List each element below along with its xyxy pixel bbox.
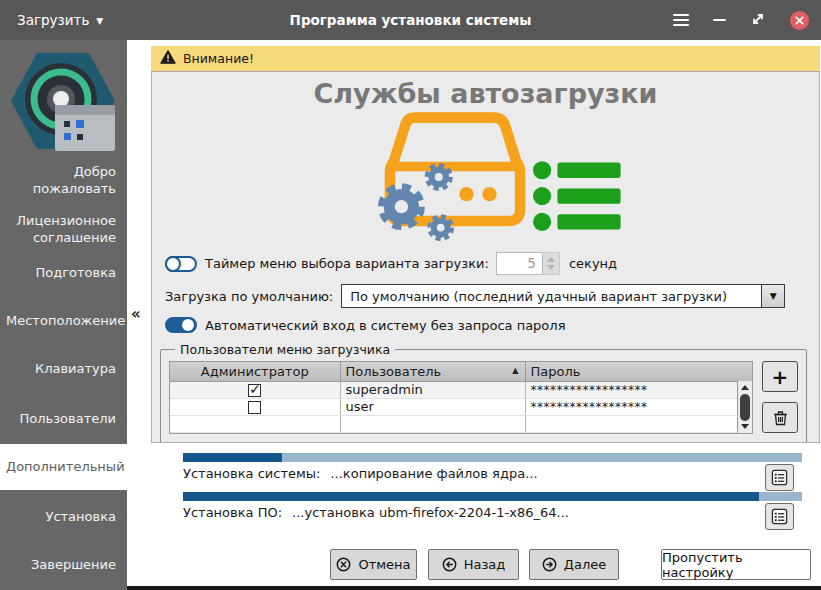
users-table: Администратор Пользователь▲ Пароль super… [169, 361, 753, 434]
column-header-user[interactable]: Пользователь▲ [340, 362, 525, 381]
sidebar-item-users: Пользователи [0, 410, 127, 427]
table-row[interactable]: user ****************** [170, 398, 752, 415]
installer-window: Загрузить ▼ Программа установки системы [0, 0, 821, 590]
system-progress-fill [183, 453, 282, 462]
default-boot-label: Загрузка по умолчанию: [165, 289, 333, 304]
autostart-illustration [152, 109, 819, 243]
password-cell: ****************** [525, 381, 752, 398]
warning-label: Внимание! [183, 51, 254, 66]
warning-banner: Внимание! [151, 46, 820, 71]
timer-label: Таймер меню выбора варианта загрузки: [205, 256, 489, 271]
spinner-arrows[interactable] [543, 252, 560, 275]
skip-setup-button[interactable]: Пропустить настройку [661, 549, 811, 580]
autologin-row: Автоматический вход в систему без запрос… [165, 317, 819, 333]
user-cell: superadmin [340, 381, 525, 398]
sidebar-item-keyboard: Клавиатура [0, 360, 127, 377]
table-scrollbar[interactable] [737, 381, 752, 433]
sidebar-item-preparation: Подготовка [0, 264, 127, 281]
skip-label: Пропустить настройку [662, 550, 810, 580]
software-progress-label: Установка ПО: [183, 505, 282, 520]
log-icon [771, 508, 788, 525]
timer-value-input[interactable]: 5 [496, 252, 543, 275]
collapse-sidebar-icon[interactable]: « [131, 305, 141, 323]
back-label: Назад [464, 557, 506, 572]
back-button[interactable]: Назад [428, 549, 519, 580]
cancel-button[interactable]: Отмена [330, 549, 417, 580]
titlebar: Загрузить ▼ Программа установки системы [0, 0, 821, 40]
bootloader-users-group: Пользователи меню загрузчика Администрат… [160, 342, 807, 443]
sidebar-item-installation: Установка [0, 508, 127, 525]
load-menu-label: Загрузить [17, 12, 89, 28]
sidebar-item-additional: Дополнительный [0, 444, 127, 490]
installer-logo [8, 50, 120, 155]
footer-buttons: Отмена Назад Далее Пропустить настройку [150, 549, 821, 580]
trash-icon [773, 410, 788, 426]
software-log-button[interactable] [765, 503, 794, 530]
column-header-admin[interactable]: Администратор [170, 362, 340, 381]
select-dropdown-button[interactable]: ▼ [761, 285, 784, 307]
system-progress-row: Установка системы: ...копирование файлов… [183, 466, 795, 481]
cancel-label: Отмена [358, 557, 410, 572]
software-progressbar [183, 492, 802, 501]
page-title: Службы автозагрузки [152, 78, 819, 109]
timer-toggle[interactable] [165, 256, 197, 272]
close-icon[interactable] [790, 11, 809, 30]
sidebar-gutter: « [127, 40, 150, 590]
minimize-icon[interactable] [713, 19, 726, 22]
back-circle-icon [442, 557, 457, 572]
next-label: Далее [564, 557, 606, 572]
timer-spinner: 5 [496, 252, 560, 275]
sort-asc-icon: ▲ [512, 366, 518, 375]
admin-checkbox[interactable] [248, 384, 261, 397]
add-user-button[interactable]: + [762, 361, 798, 392]
window-bottom-edge [127, 586, 821, 590]
main-content: Внимание! Службы автозагрузки [150, 40, 821, 590]
load-menu-button[interactable]: Загрузить ▼ [17, 12, 103, 28]
scroll-down-icon[interactable] [738, 421, 752, 432]
system-progress-status: ...копирование файлов ядра... [330, 466, 537, 481]
warning-icon [160, 50, 176, 67]
window-controls [673, 0, 809, 40]
log-icon [771, 469, 788, 486]
autostart-panel: Службы автозагрузки [151, 71, 820, 443]
software-progress-status: ...установка ubm-firefox-2204-1-x86_64..… [292, 505, 569, 520]
autologin-label: Автоматический вход в систему без запрос… [205, 318, 565, 333]
sidebar-item-welcome: Добро пожаловать [0, 163, 127, 197]
plus-icon: + [772, 365, 789, 389]
caret-down-icon: ▼ [770, 291, 777, 301]
timer-suffix: секунд [569, 256, 617, 271]
caret-down-icon: ▼ [96, 15, 103, 26]
password-cell: ****************** [525, 398, 752, 415]
system-progressbar [183, 453, 802, 462]
sidebar-item-location: Местоположение [0, 312, 127, 329]
next-circle-icon [542, 557, 557, 572]
empty-row [170, 415, 752, 432]
table-row[interactable]: superadmin ****************** [170, 381, 752, 398]
drive-gears-icon [344, 109, 626, 243]
sidebar-steps: Добро пожаловать Лицензионное соглашение… [0, 40, 127, 590]
system-log-button[interactable] [765, 464, 794, 491]
software-progress-row: Установка ПО: ...установка ubm-firefox-2… [183, 505, 795, 520]
scrollbar-thumb[interactable] [740, 394, 750, 421]
cancel-circle-icon [336, 557, 351, 572]
software-progress-fill [183, 492, 759, 501]
admin-checkbox[interactable] [248, 401, 261, 414]
bootloader-users-legend: Пользователи меню загрузчика [175, 342, 395, 357]
column-header-password[interactable]: Пароль [525, 362, 752, 381]
default-boot-select[interactable]: По умолчанию (последний удачный вариант … [341, 284, 785, 308]
menu-icon[interactable] [673, 14, 689, 27]
default-boot-row: Загрузка по умолчанию: По умолчанию (пос… [165, 284, 819, 308]
delete-user-button[interactable] [762, 402, 798, 433]
user-cell: user [340, 398, 525, 415]
default-boot-value: По умолчанию (последний удачный вариант … [342, 289, 761, 304]
next-button[interactable]: Далее [529, 549, 619, 580]
autologin-toggle[interactable] [165, 317, 197, 333]
scroll-up-icon[interactable] [738, 382, 752, 393]
system-progress-label: Установка системы: [183, 466, 320, 481]
sidebar-item-finish: Завершение [0, 556, 127, 573]
timer-row: Таймер меню выбора варианта загрузки: 5 … [165, 252, 819, 275]
maximize-icon[interactable] [750, 11, 766, 30]
sidebar-item-license: Лицензионное соглашение [0, 212, 127, 246]
